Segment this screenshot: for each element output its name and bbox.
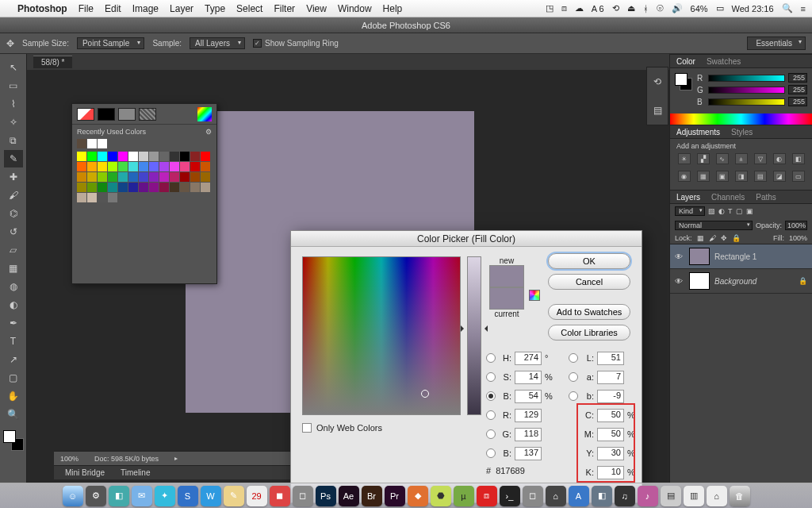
h-radio[interactable] bbox=[486, 353, 496, 363]
palette-color[interactable] bbox=[180, 183, 190, 192]
marquee-tool-icon[interactable]: ▭ bbox=[4, 77, 23, 94]
palette-color[interactable] bbox=[139, 172, 148, 182]
palette-color[interactable] bbox=[201, 183, 210, 192]
zoom-level[interactable]: 100% bbox=[60, 455, 79, 463]
show-sampling-ring-checkbox[interactable]: ✓ Show Sampling Ring bbox=[253, 39, 339, 48]
cancel-button[interactable]: Cancel bbox=[548, 274, 630, 290]
dock-safari-icon[interactable]: ✦ bbox=[155, 486, 175, 506]
no-color-swatch[interactable] bbox=[77, 108, 94, 121]
web-colors-checkbox[interactable]: Only Web Colors bbox=[302, 423, 382, 433]
bc-radio[interactable] bbox=[486, 448, 496, 458]
recent-color[interactable] bbox=[77, 139, 86, 148]
dock-br-icon[interactable]: Br bbox=[362, 486, 382, 506]
dock-app-icon[interactable]: ◼ bbox=[270, 486, 290, 506]
vibrance-icon[interactable]: ▽ bbox=[754, 153, 767, 164]
dock-word-icon[interactable]: W bbox=[201, 486, 221, 506]
visibility-icon[interactable]: 👁 bbox=[675, 252, 684, 261]
tab-adjustments[interactable]: Adjustments bbox=[676, 128, 720, 137]
dock-ae-icon[interactable]: Ae bbox=[339, 486, 359, 506]
menu-filter[interactable]: Filter bbox=[274, 3, 295, 14]
brightness-icon[interactable]: ☀ bbox=[678, 153, 691, 164]
menu-edit[interactable]: Edit bbox=[105, 3, 121, 14]
a-radio[interactable] bbox=[569, 372, 578, 382]
gradient-tool-icon[interactable]: ▦ bbox=[4, 260, 23, 277]
hue-icon[interactable]: ◐ bbox=[773, 153, 786, 164]
menu-image[interactable]: Image bbox=[132, 3, 159, 14]
lasso-tool-icon[interactable]: ⌇ bbox=[4, 95, 23, 113]
r-value[interactable]: 255 bbox=[788, 73, 807, 83]
m-input[interactable]: 50 bbox=[597, 428, 624, 441]
filter-type-icon[interactable]: T bbox=[728, 207, 733, 215]
bw-icon[interactable]: ◧ bbox=[792, 153, 805, 164]
menu-help[interactable]: Help bbox=[383, 3, 403, 14]
palette-color[interactable] bbox=[128, 152, 138, 161]
filter-smart-icon[interactable]: ▣ bbox=[746, 207, 753, 215]
palette-color[interactable] bbox=[77, 172, 86, 182]
menubar-sync-icon[interactable]: ⟲ bbox=[612, 3, 619, 13]
sample-size-dropdown[interactable]: Point Sample bbox=[77, 37, 144, 49]
palette-color[interactable] bbox=[87, 193, 97, 202]
dock-app-icon[interactable]: ◧ bbox=[592, 486, 612, 506]
g-slider[interactable] bbox=[708, 87, 785, 94]
color-cube-icon[interactable] bbox=[529, 290, 540, 301]
blur-tool-icon[interactable]: ◍ bbox=[4, 278, 23, 295]
palette-color[interactable] bbox=[149, 172, 159, 182]
tab-styles[interactable]: Styles bbox=[731, 128, 753, 137]
brush-tool-icon[interactable]: 🖌 bbox=[4, 187, 23, 204]
dock-app-icon[interactable]: ◧ bbox=[109, 486, 129, 506]
palette-color[interactable] bbox=[108, 193, 117, 202]
palette-color[interactable] bbox=[180, 152, 190, 161]
palette-color[interactable] bbox=[170, 162, 179, 171]
palette-color[interactable] bbox=[108, 172, 117, 182]
filter-image-icon[interactable]: ▧ bbox=[708, 207, 715, 215]
menubar-dropbox-icon[interactable]: ◳ bbox=[546, 3, 553, 13]
bc-input[interactable]: 137 bbox=[515, 447, 542, 460]
dock-app-icon[interactable]: ◆ bbox=[408, 486, 428, 506]
collapsed-panels-strip[interactable]: ⟲▤ bbox=[646, 67, 668, 125]
palette-color[interactable] bbox=[159, 172, 169, 182]
palette-color[interactable] bbox=[190, 152, 200, 161]
s-input[interactable]: 14 bbox=[515, 371, 542, 384]
tab-swatches[interactable]: Swatches bbox=[707, 57, 741, 66]
tab-channels[interactable]: Channels bbox=[711, 193, 745, 202]
fg-bg-swatch-panel[interactable] bbox=[675, 73, 692, 90]
menu-file[interactable]: File bbox=[79, 3, 94, 14]
palette-color[interactable] bbox=[139, 183, 148, 192]
tab-color[interactable]: Color bbox=[676, 57, 695, 66]
palette-color[interactable] bbox=[87, 152, 97, 161]
palette-color[interactable] bbox=[77, 183, 86, 192]
heal-tool-icon[interactable]: ✚ bbox=[4, 168, 23, 186]
palette-color[interactable] bbox=[118, 172, 128, 182]
layer-row-background[interactable]: 👁 Background 🔒 bbox=[670, 269, 812, 294]
hand-tool-icon[interactable]: ✋ bbox=[4, 387, 23, 405]
colorlookup-icon[interactable]: ▣ bbox=[716, 171, 729, 182]
palette-color[interactable] bbox=[128, 172, 138, 182]
fill-value[interactable]: 100% bbox=[789, 234, 807, 242]
a-input[interactable]: 7 bbox=[597, 371, 624, 384]
timeline-tab[interactable]: Timeline bbox=[116, 468, 155, 478]
palette-color[interactable] bbox=[159, 152, 169, 161]
eyedropper-tool-icon[interactable]: ✎ bbox=[4, 150, 23, 167]
panel-menu-icon[interactable]: ⚙ bbox=[205, 128, 212, 136]
r-radio[interactable] bbox=[486, 410, 496, 420]
filter-shape-icon[interactable]: ▢ bbox=[736, 207, 743, 215]
ok-button[interactable]: OK bbox=[548, 253, 630, 269]
menubar-notif-icon[interactable]: ≡ bbox=[801, 4, 806, 13]
photofilter-icon[interactable]: ◉ bbox=[678, 171, 691, 182]
curves-icon[interactable]: ∿ bbox=[716, 153, 729, 164]
gradmap-icon[interactable]: ▭ bbox=[792, 171, 805, 182]
dock-app-icon[interactable]: ⚙ bbox=[86, 486, 106, 506]
palette-color[interactable] bbox=[118, 152, 128, 161]
black-swatch[interactable] bbox=[98, 108, 115, 121]
move-tool-icon[interactable]: ↖ bbox=[4, 59, 23, 76]
r-slider[interactable] bbox=[708, 75, 785, 82]
palette-color[interactable] bbox=[118, 183, 128, 192]
tool-preset-icon[interactable]: ✥ bbox=[6, 38, 14, 49]
palette-color[interactable] bbox=[108, 152, 117, 161]
crop-tool-icon[interactable]: ⧉ bbox=[4, 132, 23, 149]
palette-color[interactable] bbox=[128, 162, 138, 171]
color-libraries-button[interactable]: Color Libraries bbox=[548, 325, 630, 341]
lock-pos-icon[interactable]: ✥ bbox=[721, 234, 727, 242]
palette-color[interactable] bbox=[149, 183, 159, 192]
dock-notes-icon[interactable]: ✎ bbox=[224, 486, 244, 506]
